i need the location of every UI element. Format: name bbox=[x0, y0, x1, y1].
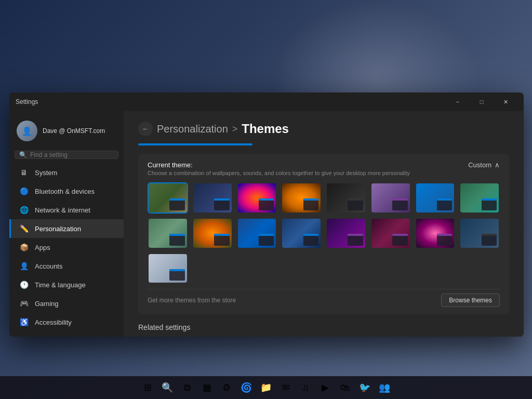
current-theme-value[interactable]: Custom ∧ bbox=[468, 161, 500, 169]
taskbar-icon-spotify[interactable]: ♫ bbox=[296, 378, 315, 397]
taskbar-icon-taskview[interactable]: ⧉ bbox=[178, 378, 196, 397]
sidebar: 👤 Dave @ OnMSFT.com 🔍 🖥 System 🔵 Bluetoo… bbox=[9, 111, 124, 337]
search-icon: 🔍 bbox=[19, 151, 27, 158]
theme-footer: Get more themes from the store Browse th… bbox=[148, 289, 500, 307]
user-section: 👤 Dave @ OnMSFT.com bbox=[9, 115, 124, 149]
sidebar-label-network: Network & internet bbox=[35, 206, 90, 214]
theme-mini-bar-15 bbox=[437, 234, 453, 236]
theme-mini-bar-14 bbox=[392, 234, 408, 236]
taskbar-icon-files[interactable]: 📁 bbox=[257, 378, 275, 397]
theme-item-5[interactable] bbox=[326, 182, 366, 214]
theme-mini-window-17 bbox=[169, 269, 185, 281]
theme-thumb-9 bbox=[149, 219, 187, 248]
bluetooth-icon: 🔵 bbox=[19, 187, 29, 196]
theme-item-16[interactable] bbox=[459, 218, 500, 249]
close-button[interactable]: ✕ bbox=[494, 94, 517, 110]
store-text: Get more themes from the store bbox=[148, 297, 236, 304]
sidebar-navigation: 🖥 System 🔵 Bluetooth & devices 🌐 Network… bbox=[9, 163, 124, 337]
breadcrumb-parent: Personalization bbox=[157, 123, 228, 135]
theme-mini-bar-10 bbox=[214, 234, 230, 236]
time-icon: 🕐 bbox=[19, 280, 29, 289]
breadcrumb: ← Personalization > Themes bbox=[138, 122, 509, 136]
theme-mini-bar-3 bbox=[259, 198, 274, 201]
sidebar-item-apps[interactable]: 📦 Apps bbox=[9, 238, 124, 257]
title-bar: Settings − □ ✕ bbox=[9, 92, 524, 111]
search-box[interactable]: 🔍 bbox=[15, 151, 118, 159]
minimize-button[interactable]: − bbox=[446, 94, 470, 110]
taskbar-icon-store[interactable]: 🛍 bbox=[336, 378, 354, 397]
taskbar-icon-settings-app[interactable]: ⚙ bbox=[217, 378, 236, 397]
collapse-icon: ∧ bbox=[495, 161, 500, 169]
theme-item-4[interactable] bbox=[281, 182, 322, 214]
theme-item-9[interactable] bbox=[148, 218, 188, 249]
theme-mini-bar-9 bbox=[169, 234, 185, 236]
sidebar-item-system[interactable]: 🖥 System bbox=[9, 163, 124, 182]
sidebar-item-accounts[interactable]: 👤 Accounts bbox=[9, 257, 124, 275]
avatar: 👤 bbox=[17, 121, 37, 141]
theme-thumb-1 bbox=[149, 183, 187, 212]
sidebar-item-accessibility[interactable]: ♿ Accessibility bbox=[9, 313, 124, 331]
window-controls: − □ ✕ bbox=[446, 94, 517, 110]
sidebar-item-network[interactable]: 🌐 Network & internet bbox=[9, 201, 124, 219]
related-settings-section: Related settings bbox=[138, 323, 509, 332]
sidebar-item-personalization[interactable]: ✏️ Personalization bbox=[9, 219, 124, 238]
theme-item-17[interactable] bbox=[148, 253, 188, 284]
theme-item-6[interactable] bbox=[370, 182, 411, 214]
theme-item-8[interactable] bbox=[459, 182, 500, 214]
sidebar-label-personalization: Personalization bbox=[35, 225, 81, 233]
taskbar-icon-start[interactable]: ⊞ bbox=[138, 378, 157, 397]
browse-themes-button[interactable]: Browse themes bbox=[441, 294, 500, 307]
theme-mini-bar-8 bbox=[482, 198, 497, 201]
theme-mini-window-2 bbox=[214, 198, 230, 210]
taskbar-icon-podcast[interactable]: ▶ bbox=[316, 378, 335, 397]
taskbar-icon-search[interactable]: 🔍 bbox=[158, 378, 177, 397]
theme-grid bbox=[148, 182, 500, 284]
taskbar-icon-mail[interactable]: ✉ bbox=[276, 378, 295, 397]
theme-mini-window-7 bbox=[437, 198, 453, 210]
theme-item-13[interactable] bbox=[326, 218, 366, 249]
theme-thumb-8 bbox=[460, 183, 499, 212]
theme-thumb-16 bbox=[460, 219, 499, 248]
sidebar-label-accounts: Accounts bbox=[35, 262, 62, 270]
taskbar: ⊞🔍⧉▦⚙🌀📁✉♫▶🛍🐦👥 bbox=[0, 376, 532, 399]
theme-mini-bar-12 bbox=[303, 234, 319, 236]
taskbar-icon-teams[interactable]: 👥 bbox=[375, 378, 394, 397]
theme-item-11[interactable] bbox=[237, 218, 277, 249]
back-button[interactable]: ← bbox=[138, 122, 153, 136]
theme-item-7[interactable] bbox=[415, 182, 456, 214]
window-title: Settings bbox=[16, 98, 446, 105]
theme-item-2[interactable] bbox=[192, 182, 233, 214]
accessibility-icon: ♿ bbox=[19, 317, 29, 327]
theme-info: Current theme: Choose a combination of w… bbox=[148, 161, 410, 176]
related-settings-title: Related settings bbox=[138, 323, 190, 331]
taskbar-icon-twitter[interactable]: 🐦 bbox=[355, 378, 374, 397]
maximize-button[interactable]: □ bbox=[470, 94, 494, 110]
sidebar-item-gaming[interactable]: 🎮 Gaming bbox=[9, 294, 124, 313]
theme-mini-window-11 bbox=[259, 234, 274, 245]
theme-mini-bar-2 bbox=[214, 198, 230, 201]
theme-item-14[interactable] bbox=[370, 218, 411, 249]
theme-item-1[interactable] bbox=[148, 182, 188, 214]
search-input[interactable] bbox=[30, 151, 114, 158]
theme-mini-window-4 bbox=[303, 198, 319, 210]
theme-mini-bar-11 bbox=[259, 234, 274, 236]
theme-mini-bar-5 bbox=[348, 198, 363, 201]
sidebar-item-time[interactable]: 🕐 Time & language bbox=[9, 275, 124, 294]
theme-item-10[interactable] bbox=[192, 218, 233, 249]
theme-item-12[interactable] bbox=[281, 218, 322, 249]
theme-thumb-14 bbox=[371, 219, 410, 248]
taskbar-icon-edge[interactable]: 🌀 bbox=[237, 378, 256, 397]
accounts-icon: 👤 bbox=[19, 261, 29, 271]
taskbar-icons: ⊞🔍⧉▦⚙🌀📁✉♫▶🛍🐦👥 bbox=[138, 378, 394, 397]
theme-mini-window-6 bbox=[392, 198, 408, 210]
network-icon: 🌐 bbox=[19, 205, 29, 215]
theme-thumb-10 bbox=[193, 219, 232, 248]
theme-item-15[interactable] bbox=[415, 218, 456, 249]
theme-mini-window-12 bbox=[303, 234, 319, 245]
taskbar-icon-widgets[interactable]: ▦ bbox=[197, 378, 216, 397]
theme-item-3[interactable] bbox=[237, 182, 277, 214]
theme-thumb-12 bbox=[282, 219, 321, 248]
theme-mini-window-15 bbox=[437, 234, 453, 245]
sidebar-item-bluetooth[interactable]: 🔵 Bluetooth & devices bbox=[9, 182, 124, 201]
sidebar-item-privacy[interactable]: 🔒 Privacy & security bbox=[9, 331, 124, 337]
